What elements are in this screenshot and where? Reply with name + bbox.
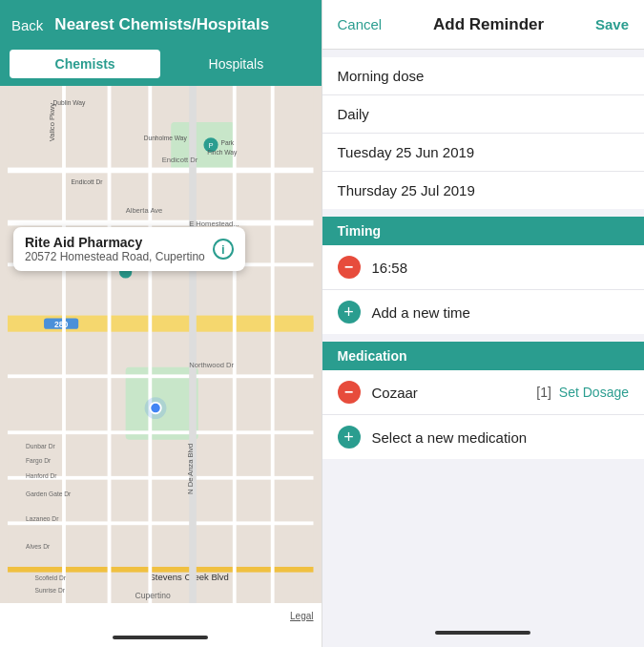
timing-section-header: Timing [322, 217, 645, 245]
svg-rect-0 [8, 86, 313, 603]
svg-text:Endicott Dr: Endicott Dr [162, 156, 198, 164]
reminder-end-date-row[interactable]: Thursday 25 Jul 2019 [322, 172, 645, 209]
timing-item-remove: − 16:58 [322, 245, 645, 290]
map-bottom-bar: Legal [0, 603, 322, 628]
svg-text:Alberta Ave: Alberta Ave [126, 206, 163, 215]
reminder-name-row[interactable]: Morning dose [322, 57, 645, 95]
right-panel: Cancel Add Reminder Save Morning dose Da… [322, 0, 645, 647]
svg-text:Hanford Dr: Hanford Dr [26, 472, 57, 479]
home-indicator-right [322, 618, 645, 647]
svg-text:Alves Dr: Alves Dr [26, 543, 51, 550]
remove-timing-button[interactable]: − [338, 256, 361, 279]
left-panel-title: Nearest Chemists/Hospitals [54, 15, 269, 34]
pharmacy-address: 20572 Homestead Road, Cupertino [25, 250, 205, 263]
svg-rect-3 [8, 168, 313, 174]
home-bar-left [113, 636, 208, 639]
pharmacy-info: Rite Aid Pharmacy 20572 Homestead Road, … [25, 235, 205, 263]
right-header: Cancel Add Reminder Save [322, 0, 645, 50]
svg-rect-1 [171, 122, 235, 172]
medication-item-add: + Select a new medication [322, 415, 645, 459]
add-medication-label: Select a new medication [372, 429, 528, 446]
timing-item-add: + Add a new time [322, 290, 645, 334]
svg-point-41 [150, 403, 160, 413]
reminder-frequency-row[interactable]: Daily [322, 95, 645, 134]
save-button[interactable]: Save [595, 16, 629, 32]
add-medication-button[interactable]: + [338, 426, 361, 449]
timing-list: − 16:58 + Add a new time [322, 245, 645, 334]
home-indicator-left [0, 628, 322, 647]
svg-rect-16 [62, 86, 66, 603]
timing-time: 16:58 [372, 260, 408, 276]
info-icon[interactable]: i [213, 239, 234, 260]
dosage-count: [1] [536, 385, 551, 400]
svg-rect-10 [8, 374, 313, 378]
svg-text:Northwood Dr: Northwood Dr [189, 361, 234, 369]
svg-rect-17 [108, 86, 112, 603]
set-dosage-button[interactable]: Set Dosage [559, 385, 629, 400]
cancel-button[interactable]: Cancel [338, 16, 383, 32]
svg-text:Garden Gate Dr: Garden Gate Dr [26, 490, 72, 497]
svg-text:Fargo Dr: Fargo Dr [26, 457, 52, 465]
reminder-form: Morning dose Daily Tuesday 25 Jun 2019 T… [322, 57, 645, 209]
svg-text:Dunholme Way: Dunholme Way [144, 135, 188, 142]
pharmacy-popup[interactable]: Rite Aid Pharmacy 20572 Homestead Road, … [13, 227, 245, 271]
svg-text:280: 280 [54, 320, 69, 329]
svg-rect-11 [8, 430, 313, 434]
reminder-start-date-row[interactable]: Tuesday 25 Jun 2019 [322, 134, 645, 172]
medication-section-header: Medication [322, 342, 645, 370]
medication-meta: [1] Set Dosage [536, 385, 629, 400]
map-svg: 280 Stevens Creek Blvd Vallco Pkwy Endic… [0, 86, 322, 603]
svg-rect-4 [8, 220, 313, 226]
svg-text:Sunrise Dr: Sunrise Dr [35, 587, 66, 594]
svg-text:N De Anza Blvd: N De Anza Blvd [186, 444, 195, 494]
svg-text:Lazaneo Dr: Lazaneo Dr [26, 515, 59, 522]
medication-item-cozaar: − Cozaar [1] Set Dosage [322, 370, 645, 415]
svg-rect-18 [148, 86, 152, 603]
svg-rect-21 [271, 86, 275, 603]
tab-bar: Chemists Hospitals [0, 50, 322, 86]
svg-text:Park: Park [220, 139, 234, 146]
svg-text:Endicott Dr: Endicott Dr [72, 178, 104, 185]
home-bar-right [435, 631, 530, 635]
add-timing-button[interactable]: + [338, 301, 361, 324]
left-header: Back Nearest Chemists/Hospitals [0, 0, 322, 50]
pharmacy-name: Rite Aid Pharmacy [25, 235, 205, 250]
tab-hospitals[interactable]: Hospitals [160, 50, 311, 78]
add-timing-label: Add a new time [372, 304, 470, 321]
medication-list: − Cozaar [1] Set Dosage + Select a new m… [322, 370, 645, 459]
remove-medication-button[interactable]: − [338, 381, 361, 404]
svg-text:Dunbar Dr: Dunbar Dr [26, 443, 55, 449]
medication-name: Cozaar [372, 385, 526, 401]
svg-text:Vallco Pkwy: Vallco Pkwy [48, 103, 56, 142]
left-panel: Back Nearest Chemists/Hospitals Chemists… [0, 0, 322, 647]
right-panel-title: Add Reminder [433, 15, 544, 34]
legal-link[interactable]: Legal [290, 611, 313, 621]
tab-chemists[interactable]: Chemists [10, 50, 160, 78]
svg-text:Cupertino: Cupertino [135, 591, 171, 600]
svg-rect-20 [233, 86, 237, 603]
svg-text:Scofield Dr: Scofield Dr [35, 574, 67, 581]
svg-text:Finch Way: Finch Way [207, 149, 238, 157]
back-button[interactable]: Back [11, 17, 43, 33]
svg-text:Dublin Way: Dublin Way [53, 99, 86, 107]
map-container: 280 Stevens Creek Blvd Vallco Pkwy Endic… [0, 86, 322, 603]
svg-text:P: P [208, 141, 213, 150]
